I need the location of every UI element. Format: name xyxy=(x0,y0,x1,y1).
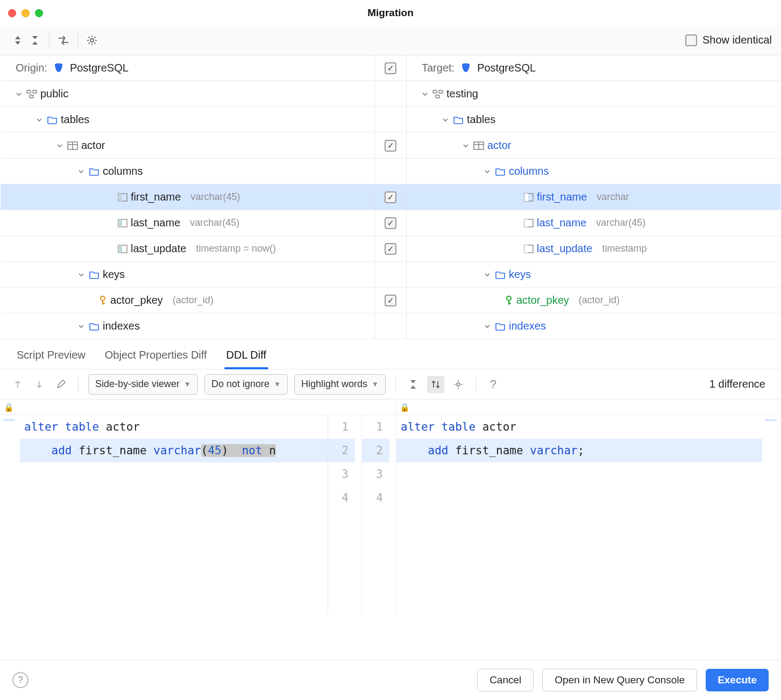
svg-point-36 xyxy=(507,296,511,301)
dialog-footer: ? Cancel Open in New Query Console Execu… xyxy=(1,660,780,699)
expand-all-icon[interactable] xyxy=(9,35,26,45)
key-icon xyxy=(98,296,107,305)
swap-icon[interactable] xyxy=(55,35,72,45)
column-icon xyxy=(524,219,534,227)
tree-tables[interactable]: tables xyxy=(1,107,374,133)
chevron-down-icon[interactable] xyxy=(484,168,492,175)
svg-point-21 xyxy=(101,296,105,301)
tree-column-label: last_name xyxy=(537,217,586,229)
svg-rect-18 xyxy=(118,219,122,227)
edit-icon[interactable] xyxy=(53,380,68,389)
tree-column[interactable]: last_updatetimestamp xyxy=(407,236,781,262)
code-line: alter table actor xyxy=(396,415,762,439)
checkbox-icon[interactable] xyxy=(385,140,396,152)
tree-check[interactable] xyxy=(375,262,406,288)
tree-tables[interactable]: tables xyxy=(407,107,781,133)
line-number: 4 xyxy=(328,486,355,510)
tree-column[interactable]: last_namevarchar(45) xyxy=(1,210,374,236)
checkbox-icon[interactable] xyxy=(385,243,396,255)
target-db: PostgreSQL xyxy=(477,62,536,74)
chevron-down-icon[interactable] xyxy=(484,323,492,330)
readonly-row: 🔒 🔒 xyxy=(1,399,780,415)
tree-columns[interactable]: columns xyxy=(1,159,374,184)
tree-keys[interactable]: keys xyxy=(407,262,781,288)
tab-script preview[interactable]: Script Preview xyxy=(17,349,86,369)
tree-column[interactable]: first_namevarchar xyxy=(407,184,781,210)
checkbox-icon[interactable] xyxy=(385,62,396,74)
code-right[interactable]: alter table actor add first_name varchar… xyxy=(396,415,762,614)
tree-column[interactable]: last_updatetimestamp = now() xyxy=(1,236,374,262)
tree-check-col xyxy=(374,81,407,339)
tree-schema-label: public xyxy=(40,88,68,100)
next-diff-icon[interactable] xyxy=(32,380,47,389)
chevron-down-icon[interactable] xyxy=(16,91,23,97)
tree-schema[interactable]: testing xyxy=(407,81,781,107)
help-icon[interactable]: ? xyxy=(12,672,29,688)
view-mode-dropdown[interactable]: Side-by-side viewer ▼ xyxy=(88,374,198,395)
chevron-down-icon[interactable] xyxy=(36,117,44,123)
help-icon[interactable]: ? xyxy=(486,377,501,391)
tree-keys[interactable]: keys xyxy=(1,262,374,288)
tree-check[interactable] xyxy=(375,236,406,262)
checkbox-icon[interactable] xyxy=(385,191,396,203)
gear-icon[interactable] xyxy=(451,380,466,389)
tree-keys-label: keys xyxy=(509,268,531,281)
chevron-down-icon[interactable] xyxy=(56,142,64,149)
tree-indexes[interactable]: indexes xyxy=(407,313,781,339)
tree-key-type: (actor_id) xyxy=(579,295,620,306)
lock-left: 🔒 xyxy=(1,399,396,415)
source-check-col xyxy=(374,55,407,81)
diff-tabs: Script PreviewObject Properties DiffDDL … xyxy=(1,339,780,369)
checkbox-icon[interactable] xyxy=(385,217,396,229)
checkbox-icon[interactable] xyxy=(685,34,697,46)
tree-column[interactable]: last_namevarchar(45) xyxy=(407,210,781,236)
open-console-button[interactable]: Open in New Query Console xyxy=(542,669,697,691)
tree-tables-label: tables xyxy=(467,113,495,126)
tree-check[interactable] xyxy=(375,107,406,133)
tree-key[interactable]: actor_pkey(actor_id) xyxy=(407,288,781,313)
tree-schema[interactable]: public xyxy=(1,81,374,107)
execute-button[interactable]: Execute xyxy=(706,669,769,691)
tree-columns[interactable]: columns xyxy=(407,159,781,184)
tree-check[interactable] xyxy=(375,133,406,159)
chevron-down-icon: ▼ xyxy=(184,380,191,388)
tab-ddl diff[interactable]: DDL Diff xyxy=(226,349,266,369)
chevron-down-icon[interactable] xyxy=(463,142,470,149)
chevron-down-icon[interactable] xyxy=(484,272,492,278)
tree-check[interactable] xyxy=(375,81,406,107)
gear-icon[interactable] xyxy=(83,35,101,46)
show-identical-toggle[interactable]: Show identical xyxy=(685,34,772,46)
folder-icon xyxy=(47,116,58,124)
line-number: 1 xyxy=(328,415,355,439)
svg-line-6 xyxy=(94,42,95,44)
tree-check[interactable] xyxy=(375,313,406,339)
tree-key[interactable]: actor_pkey(actor_id) xyxy=(1,288,374,313)
tree-check[interactable] xyxy=(375,159,406,184)
chevron-down-icon[interactable] xyxy=(78,168,86,175)
svg-line-8 xyxy=(89,42,90,44)
chevron-down-icon: ▼ xyxy=(274,380,281,388)
tree-check[interactable] xyxy=(375,288,406,313)
tree-table[interactable]: actor xyxy=(407,133,781,159)
highlight-dropdown[interactable]: Highlight words ▼ xyxy=(294,374,386,395)
collapse-unchanged-icon[interactable] xyxy=(406,380,421,389)
chevron-down-icon[interactable] xyxy=(442,117,450,123)
prev-diff-icon[interactable] xyxy=(10,380,25,389)
tree-check[interactable] xyxy=(375,184,406,210)
tab-object properties diff[interactable]: Object Properties Diff xyxy=(105,349,207,369)
chevron-down-icon[interactable] xyxy=(78,323,86,330)
highlight-label: Highlight words xyxy=(301,378,367,390)
tree-indexes[interactable]: indexes xyxy=(1,313,374,339)
checkbox-icon[interactable] xyxy=(385,295,396,306)
collapse-all-icon[interactable] xyxy=(26,35,44,45)
tree-column[interactable]: first_namevarchar(45) xyxy=(1,184,374,210)
chevron-down-icon[interactable] xyxy=(78,272,86,278)
chevron-down-icon[interactable] xyxy=(422,91,429,97)
cancel-button[interactable]: Cancel xyxy=(477,669,534,691)
tree-check[interactable] xyxy=(375,210,406,236)
ignore-dropdown[interactable]: Do not ignore ▼ xyxy=(204,374,288,395)
code-left[interactable]: alter table actor add first_name varchar… xyxy=(20,415,328,614)
column-icon xyxy=(118,245,127,253)
sync-scroll-icon[interactable] xyxy=(427,376,444,393)
tree-table[interactable]: actor xyxy=(1,133,374,159)
